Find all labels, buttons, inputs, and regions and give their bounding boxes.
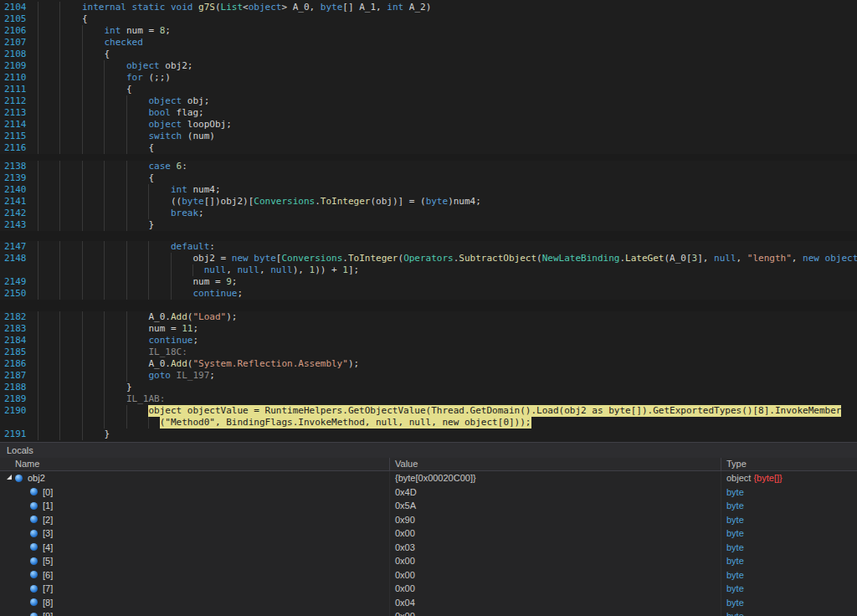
code-line[interactable]: 2191}: [0, 429, 857, 440]
code-line[interactable]: 2138case 6:: [0, 161, 857, 172]
code-line[interactable]: 2189IL_1AB:: [0, 393, 857, 405]
locals-row[interactable]: [6]0x00byte: [0, 568, 857, 583]
expander-arrow-icon[interactable]: [7, 475, 12, 480]
line-number[interactable]: 2189: [0, 393, 38, 405]
line-number[interactable]: 2191: [0, 429, 38, 440]
code-line[interactable]: 2142break;: [0, 208, 857, 219]
line-number[interactable]: 2105: [0, 13, 38, 25]
code-text: default:: [171, 241, 215, 253]
line-number[interactable]: 2140: [0, 184, 38, 196]
line-number[interactable]: 2138: [0, 161, 38, 172]
code-line[interactable]: 2109object obj2;: [0, 60, 857, 72]
code-line[interactable]: 2113bool flag;: [0, 107, 857, 119]
code-line[interactable]: 2149num = 9;: [0, 276, 857, 288]
code-line[interactable]: 2187goto IL_197;: [0, 370, 857, 382]
locals-row[interactable]: [5]0x00byte: [0, 554, 857, 568]
code-line[interactable]: 2183num = 11;: [0, 323, 857, 335]
column-header-type[interactable]: Type: [721, 458, 857, 470]
locals-panel: Locals Name Value Type obj2{byte[0x00020…: [0, 442, 857, 616]
line-number[interactable]: 2149: [0, 276, 38, 288]
locals-row[interactable]: [4]0x03byte: [0, 541, 857, 555]
code-line[interactable]: 2148obj2 = new byte[Conversions.ToIntege…: [0, 253, 857, 264]
locals-row[interactable]: [7]0x00byte: [0, 582, 857, 596]
locals-row[interactable]: [8]0x04byte: [0, 596, 857, 610]
line-number[interactable]: 2186: [0, 358, 38, 370]
code-line[interactable]: 2186A_0.Add("System.Reflection.Assembly"…: [0, 358, 857, 370]
locals-name-cell: [9]: [0, 609, 390, 616]
line-number[interactable]: 2104: [0, 2, 38, 13]
line-number[interactable]: 2110: [0, 72, 38, 84]
code-line[interactable]: 2150continue;: [0, 288, 857, 300]
code-line[interactable]: 2106int num = 8;: [0, 25, 857, 37]
variable-icon: [30, 598, 38, 606]
line-number[interactable]: 2184: [0, 335, 38, 346]
line-number[interactable]: 2112: [0, 95, 38, 107]
code-line[interactable]: 2108{: [0, 49, 857, 60]
code-line[interactable]: 2114object loopObj;: [0, 119, 857, 131]
line-number[interactable]: 2139: [0, 172, 38, 184]
code-text: A_0.Add("Load");: [148, 311, 237, 323]
code-line[interactable]: 2115switch (num): [0, 131, 857, 142]
variable-name: [4]: [43, 541, 53, 555]
line-number[interactable]: 2114: [0, 119, 38, 131]
variable-icon: [30, 530, 38, 537]
code-line[interactable]: 2105{: [0, 13, 857, 25]
indent-guides: [38, 119, 148, 131]
line-number[interactable]: 2108: [0, 49, 38, 60]
line-number[interactable]: 2148: [0, 253, 38, 264]
line-number[interactable]: 2150: [0, 288, 38, 300]
locals-row[interactable]: obj2{byte[0x00020C00]}object {byte[]}: [0, 471, 857, 485]
code-line[interactable]: 2112object obj;: [0, 95, 857, 107]
line-number[interactable]: 2109: [0, 60, 38, 72]
line-number[interactable]: 2115: [0, 131, 38, 142]
code-line[interactable]: 2139{: [0, 172, 857, 184]
column-header-value[interactable]: Value: [390, 458, 721, 470]
code-line[interactable]: 2182A_0.Add("Load");: [0, 311, 857, 323]
line-number[interactable]: 2190: [0, 405, 38, 417]
locals-type-cell: byte: [721, 582, 857, 596]
locals-row[interactable]: [0]0x4Dbyte: [0, 485, 857, 500]
code-line[interactable]: 2141((byte[])obj2)[Conversions.ToInteger…: [0, 196, 857, 208]
code-line[interactable]: 2184continue;: [0, 335, 857, 346]
locals-row[interactable]: [2]0x90byte: [0, 513, 857, 527]
code-line[interactable]: null, null, null), 1)) + 1];: [0, 264, 857, 276]
code-line[interactable]: 2140int num4;: [0, 184, 857, 196]
code-text: null, null, null), 1)) + 1];: [204, 264, 360, 276]
code-line[interactable]: 2107checked: [0, 37, 857, 49]
locals-row[interactable]: [1]0x5Abyte: [0, 499, 857, 513]
line-number[interactable]: 2182: [0, 311, 38, 323]
line-number[interactable]: 2141: [0, 196, 38, 208]
code-line[interactable]: ("Method0", BindingFlags.InvokeMethod, n…: [0, 417, 857, 429]
line-number[interactable]: 2185: [0, 346, 38, 358]
line-number[interactable]: 2116: [0, 142, 38, 154]
line-number[interactable]: 2142: [0, 208, 38, 219]
code-line[interactable]: 2185IL_18C:: [0, 346, 857, 358]
line-number[interactable]: 2183: [0, 323, 38, 335]
code-line[interactable]: 2147default:: [0, 241, 857, 253]
code-line[interactable]: 2143}: [0, 219, 857, 231]
indent-guides: [38, 208, 171, 219]
line-number[interactable]: 2188: [0, 382, 38, 393]
locals-row[interactable]: [9]0x00byte: [0, 609, 857, 616]
code-area[interactable]: 2104internal static void g7S(List<object…: [0, 2, 857, 440]
line-number[interactable]: 2143: [0, 219, 38, 231]
code-line[interactable]: 2116{: [0, 142, 857, 154]
line-number[interactable]: [0, 417, 38, 429]
code-editor: 2104internal static void g7S(List<object…: [0, 0, 857, 442]
line-number[interactable]: 2106: [0, 25, 38, 37]
line-number[interactable]: [0, 264, 38, 276]
indent-guides: [38, 37, 104, 49]
column-header-name[interactable]: Name: [0, 458, 390, 470]
line-number[interactable]: 2113: [0, 107, 38, 119]
variable-icon: [30, 543, 38, 551]
code-line[interactable]: 2111{: [0, 84, 857, 95]
code-line[interactable]: 2188}: [0, 382, 857, 393]
code-line[interactable]: 2104internal static void g7S(List<object…: [0, 2, 857, 13]
line-number[interactable]: 2107: [0, 37, 38, 49]
locals-row[interactable]: [3]0x00byte: [0, 526, 857, 541]
line-number[interactable]: 2147: [0, 241, 38, 253]
code-line[interactable]: 2110for (;;): [0, 72, 857, 84]
line-number[interactable]: 2111: [0, 84, 38, 95]
line-number[interactable]: 2187: [0, 370, 38, 382]
code-line[interactable]: 2190object objectValue = RuntimeHelpers.…: [0, 405, 857, 417]
